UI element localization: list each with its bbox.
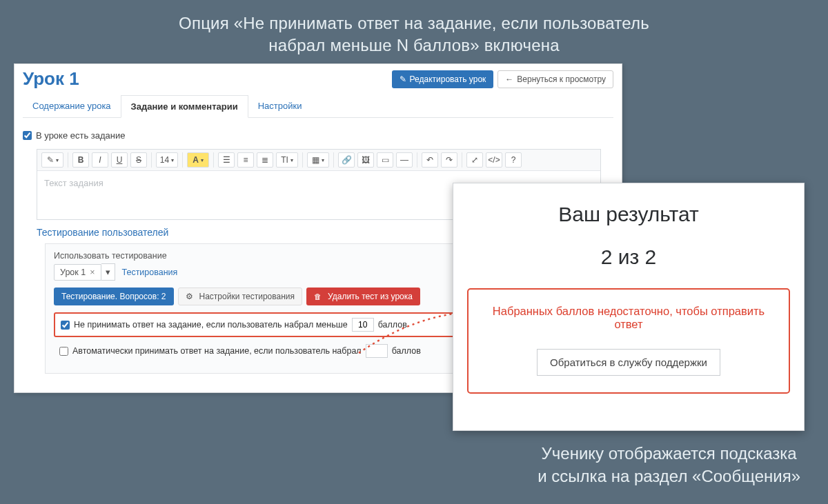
tb-textcolor-dropdown[interactable]: A [187, 152, 209, 168]
tb-link-button[interactable]: 🔗 [338, 152, 355, 168]
result-alert-box: Набранных баллов недостаточно, чтобы отп… [467, 288, 790, 394]
result-score: 2 из 2 [601, 245, 657, 269]
result-message: Набранных баллов недостаточно, чтобы отп… [478, 305, 779, 331]
test-chip-label: Урок 1 [60, 268, 86, 277]
has-assignment-checkbox[interactable] [23, 131, 32, 140]
test-select-dropdown[interactable]: ▾ [101, 263, 115, 281]
tb-fullscreen-button[interactable]: ⤢ [466, 152, 483, 168]
tb-list-ol-button[interactable]: ≡ [237, 152, 254, 168]
option-reject-label-before: Не принимать ответ на задание, если поль… [74, 320, 348, 330]
option-auto-label-after: баллов [392, 346, 421, 356]
test-settings-label: Настройки тестирования [199, 292, 295, 301]
edit-icon: ✎ [400, 74, 406, 84]
page-title: Урок 1 [23, 68, 79, 90]
option-reject-value-input[interactable] [352, 318, 374, 332]
tab-settings[interactable]: Настройки [248, 95, 312, 117]
tb-video-button[interactable]: ▭ [377, 152, 393, 168]
has-assignment-row[interactable]: В уроке есть задание [23, 130, 613, 141]
test-delete-label: Удалить тест из урока [328, 292, 413, 301]
tb-undo-button[interactable]: ↶ [422, 152, 438, 168]
tabs: Содержание урока Задание и комментарии Н… [23, 95, 613, 118]
tb-codeview-button[interactable]: </> [486, 152, 502, 168]
test-delete-button[interactable]: Удалить тест из урока [306, 288, 420, 305]
test-chip-remove-icon[interactable]: × [90, 268, 95, 277]
result-title: Ваш результат [558, 203, 699, 226]
option-auto-label-before: Автоматически принимать ответ на задание… [72, 346, 362, 356]
test-settings-button[interactable]: Настройки тестирования [178, 288, 303, 305]
testings-link[interactable]: Тестирования [122, 268, 178, 277]
tb-redo-button[interactable]: ↷ [441, 152, 457, 168]
tb-align-button[interactable]: ≣ [257, 152, 273, 168]
back-to-view-button[interactable]: ← Вернуться к просмотру [497, 70, 613, 88]
edit-lesson-label: Редактировать урок [410, 74, 486, 84]
tb-underline-button[interactable]: U [111, 152, 128, 168]
tb-format-dropdown[interactable]: ✎ [41, 152, 63, 168]
result-window: Ваш результат 2 из 2 Набранных баллов не… [453, 183, 805, 431]
back-to-view-label: Вернуться к просмотру [517, 74, 606, 84]
tb-image-button[interactable]: 🖼 [357, 152, 374, 168]
edit-lesson-button[interactable]: ✎ Редактировать урок [392, 70, 494, 88]
caption-bottom: Ученику отображается подсказкаи ссылка н… [538, 443, 800, 487]
tab-content[interactable]: Содержание урока [23, 95, 121, 117]
tb-paragraph-dropdown[interactable]: TI [276, 152, 298, 168]
tb-bold-button[interactable]: B [72, 152, 89, 168]
support-button[interactable]: Обратиться в службу поддержки [537, 349, 720, 376]
tab-assignment[interactable]: Задание и комментарии [121, 95, 248, 118]
caption-top: Опция «Не принимать ответ на задание, ес… [0, 0, 828, 64]
has-assignment-label: В уроке есть задание [36, 130, 126, 141]
tb-table-dropdown[interactable]: ▦ [307, 152, 329, 168]
option-reject-checkbox[interactable] [61, 321, 70, 330]
tb-help-button[interactable]: ? [505, 152, 522, 168]
back-icon: ← [505, 74, 513, 84]
option-reject-label-after: баллов [378, 320, 407, 330]
tb-list-ul-button[interactable]: ☰ [218, 152, 235, 168]
test-chip: Урок 1 × [54, 264, 101, 281]
test-info-button[interactable]: Тестирование. Вопросов: 2 [54, 288, 174, 305]
editor-toolbar: ✎ B I U S 14 A ☰ ≡ ≣ TI ▦ 🔗 🖼 ▭ [37, 150, 600, 171]
tb-hr-button[interactable]: — [396, 152, 413, 168]
option-auto-value-input[interactable] [366, 344, 388, 358]
tb-strike-button[interactable]: S [130, 152, 147, 168]
option-auto-checkbox[interactable] [59, 347, 68, 356]
tb-italic-button[interactable]: I [92, 152, 108, 168]
tb-fontsize-dropdown[interactable]: 14 [156, 152, 178, 168]
